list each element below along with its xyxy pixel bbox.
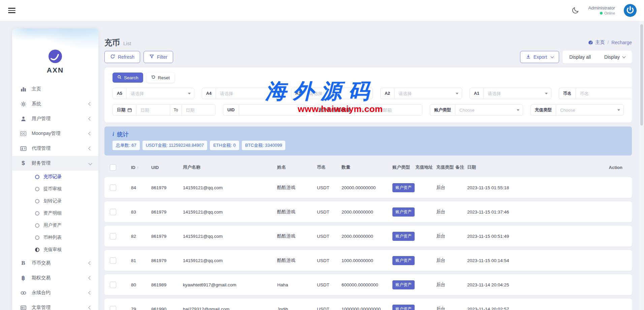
row-checkbox[interactable]	[110, 306, 116, 310]
sidebar-item-3[interactable]: CCMoonpay管理	[12, 126, 98, 141]
sidebar-item-13[interactable]: B币币交易	[12, 256, 98, 271]
sidebar-item-2[interactable]: 用户管理	[12, 111, 98, 126]
input-用户名/手机/邮箱[interactable]	[354, 104, 422, 116]
refresh-button[interactable]: Refresh	[104, 51, 140, 63]
cell-name: 酷酷游戏	[277, 257, 317, 263]
display-button[interactable]: Display	[598, 51, 632, 63]
brand-logo-icon[interactable]	[48, 49, 62, 63]
column-header-username: 用户名称	[183, 164, 277, 170]
select-A2[interactable]	[394, 88, 462, 99]
stats-title: 统计	[117, 131, 129, 138]
select-账户类型[interactable]	[455, 104, 523, 116]
sidebar-subitem-6[interactable]: 充币记录	[12, 171, 98, 183]
user-block[interactable]: Administrator Online	[588, 5, 615, 16]
cell-amount: 1000.00000000	[342, 258, 392, 263]
cell-recharge_type: 后台	[436, 306, 455, 310]
sort-asc-icon[interactable]: ↑	[137, 165, 139, 170]
online-dot-icon	[600, 12, 603, 15]
breadcrumb-current[interactable]: Recharge	[611, 40, 632, 45]
sidebar-item-1[interactable]: 系统	[12, 96, 98, 111]
column-header-id[interactable]: ID↑	[131, 165, 151, 170]
date-from-input[interactable]	[136, 104, 170, 116]
cell-name: Haha	[277, 282, 317, 287]
chevron-down-icon	[622, 55, 626, 58]
breadcrumb: 主页 / Recharge	[588, 39, 632, 46]
row-checkbox[interactable]	[110, 209, 116, 215]
vertical-scrollbar[interactable]	[639, 21, 644, 310]
sidebar: AXN 主页系统用户管理CCMoonpay管理代理管理$财务管理充币记录提币审核…	[12, 28, 98, 310]
table-row: 8486197914159121@qq.com酷酷游戏USDT20000.000…	[104, 177, 632, 198]
sidebar-subitem-11[interactable]: 币种列表	[12, 231, 98, 244]
cell-coin: USDT	[317, 185, 342, 190]
search-icon	[117, 75, 122, 80]
bold-b-icon: B	[20, 259, 27, 267]
sidebar-item-16[interactable]: 文章管理	[12, 300, 98, 310]
cell-name: 酷酷游戏	[277, 233, 317, 239]
hamburger-menu-icon[interactable]	[8, 6, 15, 15]
filter-uid: UID	[223, 104, 307, 116]
sidebar-subitem-9[interactable]: 资产明细	[12, 207, 98, 219]
sidebar-subitem-7[interactable]: 提币审核	[12, 183, 98, 195]
input-币名[interactable]	[576, 88, 632, 99]
filter-充值类型: 充值类型	[530, 104, 624, 116]
input-UID[interactable]	[239, 104, 307, 116]
calendar-icon	[127, 108, 132, 112]
column-header-amount: 数量	[342, 164, 392, 170]
filter-button[interactable]: Filter	[143, 51, 173, 63]
dashboard-gauge-icon	[588, 40, 593, 45]
sidebar-item-4[interactable]: 代理管理	[12, 141, 98, 156]
cell-uid: 861979	[151, 258, 183, 263]
cell-username: 14159121@qq.com	[183, 209, 277, 215]
chevron-left-icon	[88, 102, 92, 106]
filter-a3: A3	[291, 88, 373, 99]
sidebar-item-15[interactable]: 永续合约	[12, 285, 98, 300]
avatar[interactable]	[624, 4, 637, 17]
cell-recharge_type: 后台	[436, 185, 455, 191]
cell-id: 83	[131, 209, 151, 215]
cell-recharge_type: 后台	[436, 282, 455, 288]
search-button[interactable]: Search	[112, 73, 143, 83]
cell-id: 81	[131, 258, 151, 263]
cell-recharge_type: 后台	[436, 257, 455, 263]
select-A3[interactable]	[305, 88, 373, 99]
cell-id: 84	[131, 185, 151, 190]
half-circle-icon	[35, 248, 39, 252]
select-all-checkbox[interactable]	[110, 164, 116, 171]
select-A4[interactable]	[216, 88, 284, 99]
row-checkbox[interactable]	[110, 257, 116, 264]
export-button[interactable]: Export	[520, 51, 559, 63]
row-checkbox[interactable]	[110, 233, 116, 239]
table-row: 8386197914159121@qq.com酷酷游戏USDT2000.0000…	[104, 201, 632, 222]
filter-a2: A2	[380, 88, 462, 99]
sidebar-item-0[interactable]: 主页	[12, 82, 98, 96]
select-充值类型[interactable]	[556, 104, 624, 116]
radio-circle-icon	[35, 211, 39, 216]
info-icon: i	[112, 131, 114, 138]
filter-账户类型: 账户类型	[430, 104, 523, 116]
sidebar-item-14[interactable]: ฿期权交易	[12, 271, 98, 285]
chevron-left-icon	[88, 306, 92, 309]
filter-币名: 币名	[559, 88, 632, 99]
cell-date: 2023-11-14 20:04:25	[467, 282, 535, 287]
sidebar-subitem-8[interactable]: 划转记录	[12, 195, 98, 207]
reset-button[interactable]: Reset	[147, 73, 174, 83]
select-A5[interactable]	[126, 88, 194, 99]
cell-recharge_type: 后台	[436, 209, 455, 215]
sidebar-item-5[interactable]: $财务管理	[12, 156, 98, 171]
breadcrumb-home-link[interactable]: 主页	[588, 39, 605, 46]
dark-mode-moon-icon[interactable]	[571, 6, 579, 15]
row-checkbox[interactable]	[110, 282, 116, 288]
row-checkbox[interactable]	[110, 185, 116, 191]
display-all-button[interactable]: Display all	[562, 51, 598, 63]
cell-amount: 600000.00000000	[342, 282, 392, 287]
date-to-input[interactable]	[182, 104, 216, 116]
sidebar-subitem-10[interactable]: 用户资产	[12, 219, 98, 231]
breadcrumb-separator: /	[607, 40, 609, 45]
column-header-address: 充值地址	[415, 164, 436, 170]
select-A1[interactable]	[483, 88, 551, 99]
cell-uid: 861990	[151, 307, 183, 310]
sidebar-subitem-12[interactable]: 充值审核	[12, 244, 98, 256]
scrollbar-thumb[interactable]	[640, 24, 643, 125]
top-navbar: Administrator Online	[0, 0, 644, 21]
page-subtitle: List	[123, 40, 131, 46]
